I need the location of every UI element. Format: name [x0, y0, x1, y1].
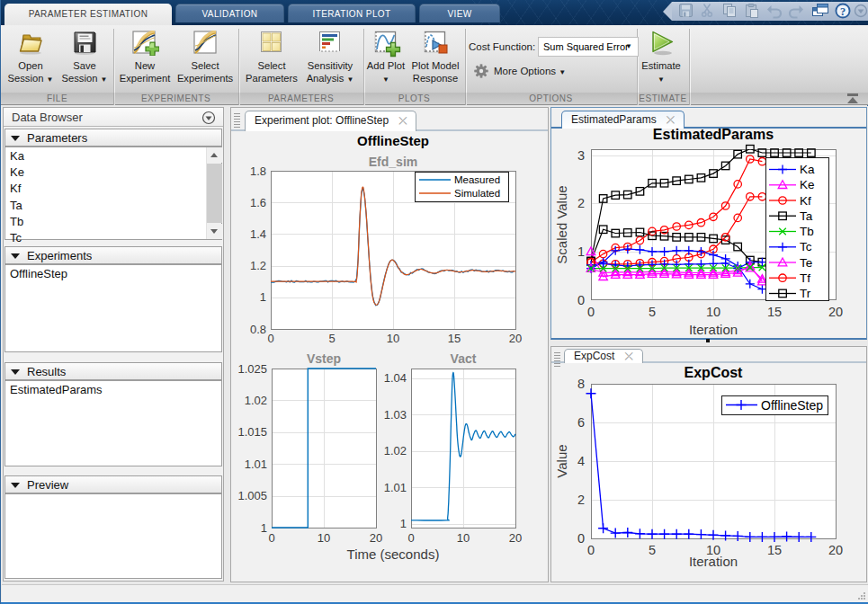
svg-text:10: 10: [318, 531, 330, 545]
svg-text:1: 1: [400, 517, 407, 530]
svg-text:5: 5: [649, 305, 656, 319]
svg-text:10: 10: [706, 305, 720, 319]
svg-text:1.01: 1.01: [245, 457, 267, 471]
svg-text:4: 4: [577, 454, 585, 468]
svg-text:1: 1: [260, 290, 266, 304]
svg-text:1.02: 1.02: [384, 444, 407, 457]
svg-text:Measured: Measured: [454, 174, 500, 185]
svg-text:1.005: 1.005: [237, 489, 267, 502]
svg-text:15: 15: [448, 332, 461, 345]
svg-text:Iteration: Iteration: [689, 554, 738, 569]
svg-text:Tb: Tb: [800, 225, 814, 238]
svg-text:Simulated: Simulated: [454, 188, 500, 199]
svg-text:Ta: Ta: [800, 209, 813, 223]
svg-text:Tr: Tr: [800, 287, 811, 300]
svg-text:Efd_sim: Efd_sim: [369, 155, 417, 169]
svg-text:6: 6: [577, 415, 585, 430]
svg-text:1: 1: [577, 244, 585, 259]
svg-text:ExpCost: ExpCost: [685, 365, 744, 380]
svg-text:0: 0: [577, 293, 585, 307]
svg-text:1.4: 1.4: [250, 227, 266, 241]
svg-text:Te: Te: [800, 256, 812, 270]
svg-text:Time (seconds): Time (seconds): [347, 546, 440, 562]
svg-text:Tc: Tc: [800, 240, 812, 253]
svg-text:20: 20: [370, 531, 382, 545]
svg-text:20: 20: [509, 531, 522, 545]
svg-text:Iteration: Iteration: [689, 322, 738, 337]
svg-text:1.2: 1.2: [250, 259, 266, 272]
svg-text:Kf: Kf: [800, 194, 811, 208]
svg-text:0: 0: [587, 305, 595, 319]
svg-text:0.8: 0.8: [250, 323, 266, 336]
svg-text:Scaled Value: Scaled Value: [554, 185, 569, 263]
svg-text:5: 5: [649, 543, 656, 557]
svg-text:OfflineStep: OfflineStep: [761, 398, 823, 413]
svg-text:1: 1: [261, 521, 267, 535]
svg-text:0: 0: [407, 531, 414, 545]
svg-text:Ke: Ke: [800, 178, 815, 191]
svg-text:1.025: 1.025: [237, 362, 267, 376]
svg-text:Tf: Tf: [800, 271, 810, 285]
svg-text:OfflineStep: OfflineStep: [357, 133, 429, 148]
svg-text:15: 15: [767, 543, 782, 557]
svg-text:10: 10: [387, 332, 399, 345]
svg-text:2: 2: [577, 493, 585, 507]
svg-text:?: ?: [840, 5, 846, 18]
svg-text:10: 10: [457, 531, 470, 545]
svg-text:Value: Value: [554, 444, 569, 477]
svg-text:1.015: 1.015: [237, 425, 267, 439]
svg-text:Ka: Ka: [800, 163, 815, 176]
svg-text:EstimatedParams: EstimatedParams: [653, 127, 774, 142]
svg-text:20: 20: [828, 543, 843, 557]
svg-text:0: 0: [587, 543, 595, 557]
svg-text:0: 0: [577, 531, 585, 546]
svg-text:1.03: 1.03: [384, 408, 407, 422]
svg-text:0: 0: [267, 332, 273, 345]
svg-text:20: 20: [828, 305, 843, 319]
svg-text:15: 15: [767, 305, 782, 319]
svg-text:0: 0: [268, 531, 274, 545]
svg-text:Vact: Vact: [451, 351, 477, 366]
svg-text:2: 2: [577, 196, 585, 210]
svg-text:1.6: 1.6: [250, 196, 266, 209]
svg-text:5: 5: [328, 332, 335, 345]
svg-text:1.01: 1.01: [384, 481, 407, 494]
svg-text:Vstep: Vstep: [307, 351, 341, 366]
svg-text:1.04: 1.04: [384, 371, 407, 385]
svg-text:1.8: 1.8: [250, 164, 266, 178]
svg-text:8: 8: [577, 377, 585, 391]
svg-text:3: 3: [577, 148, 585, 163]
svg-text:1.02: 1.02: [245, 394, 267, 407]
svg-text:20: 20: [509, 332, 522, 345]
